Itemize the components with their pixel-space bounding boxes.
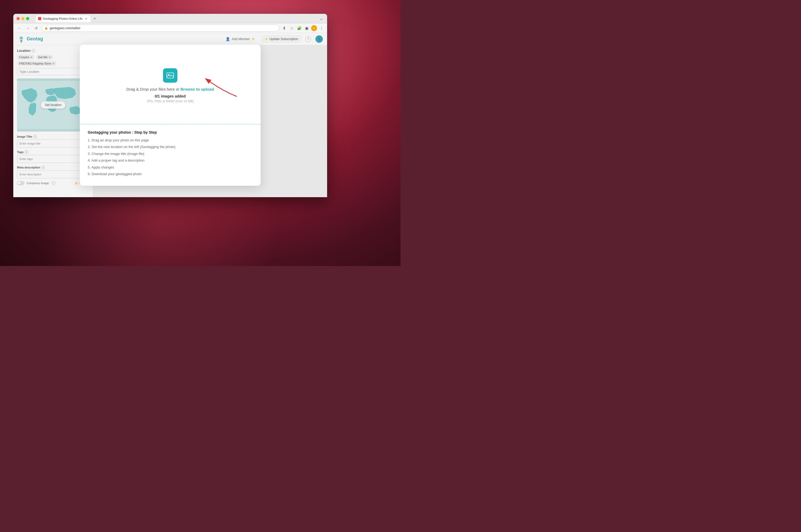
browser-tab[interactable]: 📍 Geotagging Photos Online | Ac ✕	[35, 15, 91, 22]
step-6: 6. Download your geotagged photo	[88, 171, 253, 177]
upload-modal: Drag & Drop your files here or Browse to…	[80, 45, 261, 186]
back-button[interactable]: ←	[16, 25, 22, 31]
forward-button[interactable]: →	[24, 25, 31, 31]
lock-icon: 🔒	[44, 26, 48, 30]
browser-window: 📍 Geotagging Photos Online | Ac ✕ + ⌄ ← …	[13, 14, 327, 197]
browser-menu-icon[interactable]: ⋮	[318, 25, 325, 31]
step-5: 5. Apply changes	[88, 165, 253, 170]
steps-title: Geotagging your photos : Step by Step	[88, 130, 253, 134]
upload-area[interactable]: Drag & Drop your files here or Browse to…	[80, 45, 261, 125]
extensions-icon[interactable]: 🧩	[296, 25, 302, 31]
upload-count: 0/1 images added	[155, 94, 186, 98]
traffic-light-close[interactable]	[17, 17, 20, 20]
profile-icon[interactable]: U	[311, 25, 317, 31]
step-4: 4. Add a proper tag and a description	[88, 158, 253, 163]
tab-favicon: 📍	[38, 17, 41, 20]
image-icon-svg	[166, 72, 174, 79]
app-content: Geotag 👤 Add Member ⭐ ⭐ Update Subscript…	[13, 33, 327, 197]
upload-hint: JPG, PNG or WebP (max 10 MB)	[147, 99, 194, 103]
browser-toolbar: ← → ↺ 🔒 geotagseo.com/editor ⬆ ☆ 🧩 ▣ U ⋮	[13, 23, 327, 33]
toolbar-icons: ⬆ ☆ 🧩 ▣ U ⋮	[281, 25, 325, 31]
step-2: 2. Set the new location on the left (Geo…	[88, 144, 253, 150]
new-tab-button[interactable]: +	[91, 15, 98, 22]
tab-close-button[interactable]: ✕	[84, 17, 88, 20]
refresh-button[interactable]: ↺	[33, 25, 39, 31]
tab-title: Geotagging Photos Online | Ac	[43, 17, 83, 20]
modal-overlay: Drag & Drop your files here or Browse to…	[13, 33, 327, 197]
address-bar[interactable]: 🔒 geotagseo.com/editor	[41, 25, 279, 32]
traffic-light-maximize[interactable]	[26, 17, 29, 20]
tab-bar: 📍 Geotagging Photos Online | Ac ✕ +	[35, 15, 318, 22]
step-3: 3. Change the image title (image file)	[88, 151, 253, 156]
step-1: 1. Drag an drop your photo on this page	[88, 138, 253, 143]
browser-more-button[interactable]: ⌄	[320, 16, 324, 21]
svg-rect-5	[167, 73, 174, 78]
browser-titlebar: 📍 Geotagging Photos Online | Ac ✕ + ⌄	[13, 14, 327, 23]
sidebar-toggle-icon[interactable]: ▣	[304, 25, 310, 31]
bookmark-icon[interactable]: ☆	[289, 25, 295, 31]
url-text: geotagseo.com/editor	[50, 26, 80, 30]
browse-link[interactable]: Browse to upload	[181, 87, 214, 91]
share-icon[interactable]: ⬆	[281, 25, 287, 31]
upload-drag-text: Drag & Drop your files here or Browse to…	[126, 87, 214, 91]
upload-image-icon	[163, 68, 177, 83]
traffic-light-minimize[interactable]	[21, 17, 24, 20]
steps-section: Geotagging your photos : Step by Step 1.…	[80, 125, 261, 186]
